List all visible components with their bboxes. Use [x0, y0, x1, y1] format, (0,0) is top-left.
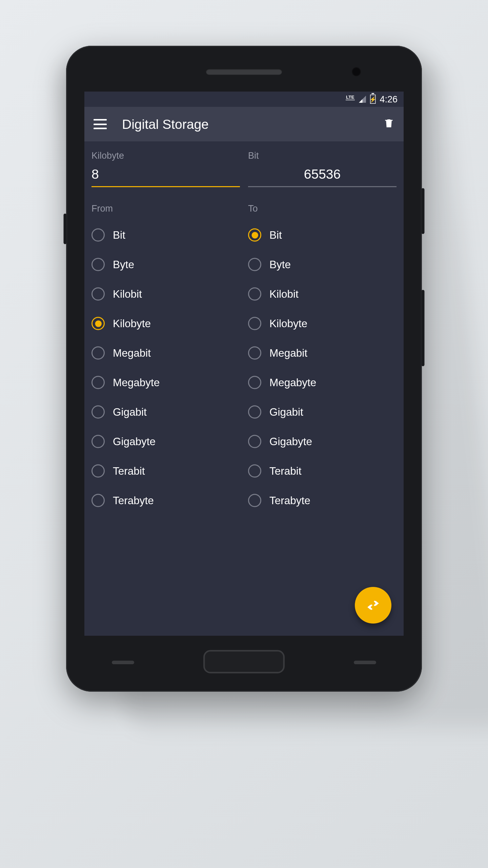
to-radio-terabit[interactable]: Terabit — [248, 457, 396, 485]
phone-top-hardware — [66, 46, 422, 92]
phone-bottom-hardware — [66, 636, 422, 692]
radio-label: Kilobyte — [113, 317, 151, 330]
radio-label: Terabyte — [113, 494, 154, 507]
app-bar: Digital Storage — [84, 107, 404, 141]
phone-frame: LTE ⚡ 4:26 Digital Storage Kilobyte — [66, 46, 422, 692]
radio-icon — [248, 435, 261, 448]
status-time: 4:26 — [380, 94, 398, 105]
radio-label: Terabyte — [269, 494, 310, 507]
screen: LTE ⚡ 4:26 Digital Storage Kilobyte — [84, 92, 404, 636]
radio-icon — [92, 288, 105, 301]
radio-label: Byte — [269, 258, 291, 271]
from-section-label: From — [92, 203, 240, 214]
radio-icon — [92, 376, 105, 389]
delete-button[interactable] — [383, 118, 394, 131]
home-button — [203, 650, 285, 673]
radio-icon — [248, 288, 261, 301]
radio-icon — [92, 258, 105, 271]
from-radio-megabit[interactable]: Megabit — [92, 339, 240, 367]
to-column: Bit To BitByteKilobitKilobyteMegabitMega… — [248, 151, 396, 627]
radio-label: Byte — [113, 258, 134, 271]
from-radio-byte[interactable]: Byte — [92, 251, 240, 278]
from-radio-terabit[interactable]: Terabit — [92, 457, 240, 485]
radio-icon — [248, 465, 261, 478]
power-button — [422, 188, 425, 234]
to-section-label: To — [248, 203, 396, 214]
to-unit-label: Bit — [248, 151, 396, 161]
content-area: Kilobyte From BitByteKilobitKilobyteMega… — [84, 141, 404, 636]
from-radio-gigabyte[interactable]: Gigabyte — [92, 428, 240, 455]
radio-icon — [92, 317, 105, 330]
to-radio-bit[interactable]: Bit — [248, 221, 396, 249]
radio-label: Terabit — [269, 465, 302, 477]
radio-icon — [248, 376, 261, 389]
speaker-grille — [206, 69, 282, 75]
to-radio-megabit[interactable]: Megabit — [248, 339, 396, 367]
volume-button — [422, 290, 425, 366]
nav-back-cap — [112, 661, 134, 665]
from-radio-terabyte[interactable]: Terabyte — [92, 487, 240, 514]
radio-label: Gigabyte — [113, 435, 156, 448]
from-radio-gigabit[interactable]: Gigabit — [92, 398, 240, 426]
from-radio-list: BitByteKilobitKilobyteMegabitMegabyteGig… — [92, 221, 240, 514]
nav-recent-cap — [354, 661, 376, 665]
to-value-input[interactable] — [248, 164, 396, 188]
radio-icon — [248, 317, 261, 330]
radio-label: Gigabit — [113, 406, 147, 418]
to-radio-kilobyte[interactable]: Kilobyte — [248, 310, 396, 337]
radio-label: Kilobit — [269, 288, 299, 300]
from-radio-kilobit[interactable]: Kilobit — [92, 280, 240, 308]
radio-label: Bit — [269, 229, 282, 241]
radio-label: Megabit — [113, 347, 151, 359]
to-radio-kilobit[interactable]: Kilobit — [248, 280, 396, 308]
app-title: Digital Storage — [122, 116, 368, 132]
radio-label: Terabit — [113, 465, 145, 477]
battery-icon: ⚡ — [370, 95, 376, 104]
side-button — [64, 214, 67, 244]
radio-label: Megabit — [269, 347, 307, 359]
radio-icon — [92, 494, 105, 507]
front-camera — [352, 67, 361, 76]
from-unit-label: Kilobyte — [92, 151, 240, 161]
radio-label: Kilobyte — [269, 317, 307, 330]
to-radio-list: BitByteKilobitKilobyteMegabitMegabyteGig… — [248, 221, 396, 514]
to-radio-byte[interactable]: Byte — [248, 251, 396, 278]
signal-icon — [359, 96, 366, 103]
swap-button[interactable] — [355, 587, 391, 624]
from-column: Kilobyte From BitByteKilobitKilobyteMega… — [92, 151, 240, 627]
radio-label: Megabyte — [113, 376, 160, 389]
radio-label: Gigabit — [269, 406, 303, 418]
to-radio-gigabit[interactable]: Gigabit — [248, 398, 396, 426]
radio-label: Gigabyte — [269, 435, 312, 448]
from-radio-kilobyte[interactable]: Kilobyte — [92, 310, 240, 337]
status-bar: LTE ⚡ 4:26 — [84, 92, 404, 107]
radio-label: Megabyte — [269, 376, 316, 389]
radio-icon — [92, 435, 105, 448]
radio-icon — [248, 229, 261, 242]
radio-label: Bit — [113, 229, 125, 241]
to-radio-megabyte[interactable]: Megabyte — [248, 369, 396, 396]
from-radio-bit[interactable]: Bit — [92, 221, 240, 249]
radio-icon — [92, 406, 105, 419]
radio-icon — [92, 347, 105, 360]
radio-icon — [92, 229, 105, 242]
to-radio-gigabyte[interactable]: Gigabyte — [248, 428, 396, 455]
radio-icon — [92, 465, 105, 478]
radio-icon — [248, 258, 261, 271]
radio-icon — [248, 347, 261, 360]
radio-label: Kilobit — [113, 288, 142, 300]
swap-icon — [366, 598, 381, 613]
trash-icon — [383, 118, 394, 129]
radio-icon — [248, 406, 261, 419]
to-radio-terabyte[interactable]: Terabyte — [248, 487, 396, 514]
menu-icon[interactable] — [94, 119, 107, 129]
network-type-label: LTE — [345, 94, 355, 100]
from-value-input[interactable] — [92, 164, 240, 188]
radio-icon — [248, 494, 261, 507]
from-radio-megabyte[interactable]: Megabyte — [92, 369, 240, 396]
